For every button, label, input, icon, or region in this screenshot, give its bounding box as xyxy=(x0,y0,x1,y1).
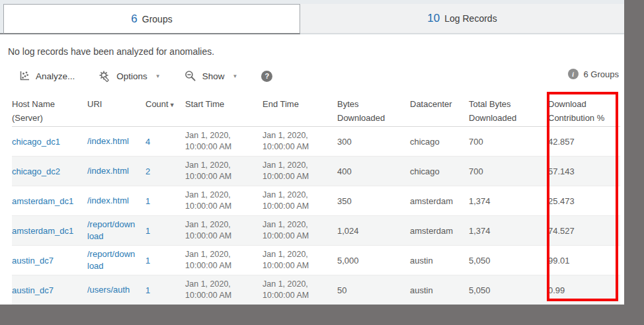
total-bytes-cell: 5,050 xyxy=(469,256,548,266)
start-time-cell: Jan 1, 2020, 10:00:00 AM xyxy=(185,160,262,182)
sort-descending-icon: ▼ xyxy=(169,102,175,108)
end-time-cell: Jan 1, 2020, 10:00:00 AM xyxy=(262,190,337,212)
tab-groups[interactable]: 6 Groups xyxy=(3,4,300,34)
uri-link[interactable]: /index.html xyxy=(87,135,145,147)
host-link[interactable]: austin_dc7 xyxy=(12,285,87,295)
start-time-cell: Jan 1, 2020, 10:00:00 AM xyxy=(185,190,262,212)
total-bytes-cell: 700 xyxy=(469,166,548,176)
analyze-button[interactable]: Analyze... xyxy=(19,70,75,82)
start-time-cell: Jan 1, 2020, 10:00:00 AM xyxy=(185,249,262,271)
contribution-cell: 0.99 xyxy=(548,285,620,295)
datacenter-cell: chicago xyxy=(410,166,469,176)
count-link[interactable]: 1 xyxy=(145,285,185,295)
anomalies-status-message: No log records have been analyzed for an… xyxy=(8,46,624,57)
analyze-label: Analyze... xyxy=(36,71,75,81)
scatter-chart-icon xyxy=(19,70,30,82)
tab-bar: 6 Groups 10 Log Records xyxy=(0,0,624,34)
zoom-out-icon xyxy=(184,70,197,83)
end-time-cell: Jan 1, 2020, 10:00:00 AM xyxy=(262,249,337,271)
datacenter-cell: amsterdam xyxy=(410,226,469,236)
table-row: amsterdam_dc1 /index.html 1 Jan 1, 2020,… xyxy=(12,186,620,216)
datacenter-cell: chicago xyxy=(410,137,469,147)
bytes-cell: 5,000 xyxy=(337,256,410,266)
uri-link[interactable]: /users/auth xyxy=(87,284,145,296)
log-records-label: Log Records xyxy=(444,13,497,24)
col-header-datacenter[interactable]: Datacenter xyxy=(410,97,469,126)
col-header-host[interactable]: Host Name (Server) xyxy=(12,97,87,126)
uri-link[interactable]: /report/download xyxy=(87,219,145,242)
start-time-cell: Jan 1, 2020, 10:00:00 AM xyxy=(185,130,262,153)
info-icon: i xyxy=(568,69,579,79)
table-row: amsterdam_dc1 /report/download 1 Jan 1, … xyxy=(12,216,620,246)
show-label: Show xyxy=(202,71,225,81)
table-header-row: Host Name (Server) URI Count▼ Start Time… xyxy=(12,94,620,127)
contribution-cell: 57.143 xyxy=(548,166,620,176)
groups-label: Groups xyxy=(142,14,173,24)
log-records-count: 10 xyxy=(427,12,440,25)
groups-summary-label: 6 Groups xyxy=(584,69,619,79)
uri-link[interactable]: /report/download xyxy=(87,248,145,272)
host-link[interactable]: chicago_dc1 xyxy=(12,137,87,147)
groups-summary: i 6 Groups xyxy=(568,69,619,79)
total-bytes-cell: 700 xyxy=(469,137,548,147)
end-time-cell: Jan 1, 2020, 10:00:00 AM xyxy=(262,279,337,301)
datacenter-cell: austin xyxy=(410,285,469,295)
chevron-down-icon: ▼ xyxy=(233,73,238,79)
gear-pencil-icon xyxy=(99,70,111,83)
count-link[interactable]: 1 xyxy=(145,226,185,236)
contribution-cell: 99.01 xyxy=(548,256,620,266)
options-menu-button[interactable]: Options ▼ xyxy=(99,70,160,83)
table-row: chicago_dc2 /index.html 2 Jan 1, 2020, 1… xyxy=(12,157,620,186)
col-header-uri[interactable]: URI xyxy=(87,97,145,126)
desktop-background xyxy=(0,305,644,325)
groups-table: Host Name (Server) URI Count▼ Start Time… xyxy=(0,94,620,305)
host-link[interactable]: amsterdam_dc1 xyxy=(12,226,87,236)
col-header-bytes[interactable]: Bytes Downloaded xyxy=(337,97,410,126)
end-time-cell: Jan 1, 2020, 10:00:00 AM xyxy=(262,130,337,153)
col-header-end-time[interactable]: End Time xyxy=(262,97,337,126)
datacenter-cell: austin xyxy=(410,256,469,266)
count-link[interactable]: 1 xyxy=(145,196,185,206)
contribution-cell: 42.857 xyxy=(548,137,620,147)
uri-link[interactable]: /index.html xyxy=(87,195,145,207)
bytes-cell: 300 xyxy=(337,137,410,147)
end-time-cell: Jan 1, 2020, 10:00:00 AM xyxy=(262,160,337,182)
col-header-total-bytes[interactable]: Total Bytes Downloaded xyxy=(469,97,548,126)
total-bytes-cell: 1,374 xyxy=(469,226,548,236)
table-row: chicago_dc1 /index.html 4 Jan 1, 2020, 1… xyxy=(12,127,620,157)
start-time-cell: Jan 1, 2020, 10:00:00 AM xyxy=(185,279,262,301)
col-header-start-time[interactable]: Start Time xyxy=(185,97,262,126)
tab-log-records[interactable]: 10 Log Records xyxy=(300,4,624,34)
bytes-cell: 350 xyxy=(337,196,410,206)
table-row: austin_dc7 /users/auth 1 Jan 1, 2020, 10… xyxy=(12,275,620,305)
groups-count: 6 xyxy=(131,13,137,26)
desktop-background xyxy=(624,0,644,325)
host-link[interactable]: chicago_dc2 xyxy=(12,166,87,176)
count-link[interactable]: 2 xyxy=(145,166,185,176)
help-icon[interactable]: ? xyxy=(261,71,272,82)
log-analytics-panel: 6 Groups 10 Log Records No log records h… xyxy=(0,0,624,305)
host-link[interactable]: austin_dc7 xyxy=(12,256,87,266)
start-time-cell: Jan 1, 2020, 10:00:00 AM xyxy=(185,219,262,242)
uri-link[interactable]: /index.html xyxy=(87,165,145,177)
options-label: Options xyxy=(116,71,147,81)
count-link[interactable]: 1 xyxy=(145,256,185,266)
col-header-count[interactable]: Count▼ xyxy=(145,97,185,126)
host-link[interactable]: amsterdam_dc1 xyxy=(12,196,87,206)
end-time-cell: Jan 1, 2020, 10:00:00 AM xyxy=(262,219,337,242)
table-row: austin_dc7 /report/download 1 Jan 1, 202… xyxy=(12,246,620,275)
bytes-cell: 50 xyxy=(337,285,410,295)
contribution-cell: 74.527 xyxy=(548,226,620,236)
chevron-down-icon: ▼ xyxy=(155,73,161,79)
datacenter-cell: amsterdam xyxy=(410,196,469,206)
count-link[interactable]: 4 xyxy=(145,137,185,147)
total-bytes-cell: 1,374 xyxy=(469,196,548,206)
total-bytes-cell: 5,050 xyxy=(469,285,548,295)
toolbar: Analyze... xyxy=(0,67,624,85)
col-header-contribution[interactable]: Download Contribution % xyxy=(548,97,620,126)
bytes-cell: 1,024 xyxy=(337,226,410,236)
contribution-cell: 25.473 xyxy=(548,196,620,206)
show-menu-button[interactable]: Show ▼ xyxy=(184,70,238,83)
bytes-cell: 400 xyxy=(337,166,410,176)
